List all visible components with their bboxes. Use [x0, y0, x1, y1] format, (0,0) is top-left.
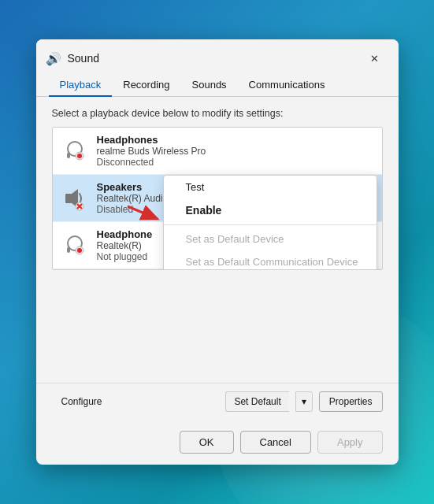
dialog-title: Sound: [68, 52, 358, 65]
context-menu: Test Enable: [163, 175, 378, 270]
svg-rect-1: [67, 153, 70, 158]
tab-playback[interactable]: Playback: [49, 74, 113, 97]
set-default-button[interactable]: Set Default: [225, 391, 288, 412]
tab-recording[interactable]: Recording: [112, 74, 180, 97]
apply-button[interactable]: Apply: [317, 431, 383, 454]
svg-point-14: [77, 248, 82, 253]
set-default-arrow-button[interactable]: ▾: [295, 391, 313, 412]
ctx-set-default-comm: Set as Default Communication Device: [164, 250, 377, 270]
device-list: Headphones realme Buds Wireless Pro Disc…: [52, 127, 383, 270]
ctx-set-default: Set as Default Device: [164, 228, 377, 250]
ctx-set-default-label: Set as Default Device: [186, 233, 284, 245]
device-icon-headphones-realtek: [61, 232, 89, 260]
device-status: Disconnected: [97, 157, 374, 168]
device-icon-headphones: [61, 137, 89, 165]
device-icon-speakers: [61, 184, 89, 213]
device-info-headphones-realme: Headphones realme Buds Wireless Pro Disc…: [97, 134, 374, 168]
main-content: Select a playback device below to modify…: [36, 97, 399, 383]
sound-dialog: 🔊 Sound ✕ Playback Recording Sounds Comm…: [36, 39, 399, 465]
device-footer: Configure Set Default ▾ Properties: [36, 383, 399, 424]
properties-button[interactable]: Properties: [319, 391, 383, 412]
instruction-text: Select a playback device below to modify…: [52, 108, 383, 119]
sound-icon: 🔊: [46, 50, 61, 66]
tab-sounds[interactable]: Sounds: [181, 74, 238, 97]
cancel-button[interactable]: Cancel: [240, 431, 311, 454]
svg-point-4: [77, 154, 82, 158]
svg-rect-11: [67, 247, 70, 253]
configure-button[interactable]: Configure: [52, 392, 112, 411]
device-name: Headphones: [97, 134, 374, 146]
ctx-test-label: Test: [186, 181, 205, 193]
tab-communications[interactable]: Communications: [238, 74, 336, 97]
device-sub: realme Buds Wireless Pro: [97, 146, 374, 157]
close-button[interactable]: ✕: [364, 47, 386, 69]
tab-bar: Playback Recording Sounds Communications: [36, 74, 399, 97]
ok-button[interactable]: OK: [180, 431, 234, 454]
dialog-footer: OK Cancel Apply: [36, 424, 399, 465]
svg-rect-5: [65, 194, 72, 203]
title-bar: 🔊 Sound ✕: [36, 39, 399, 74]
ctx-separator-1: [164, 224, 377, 225]
device-item-headphones-realme[interactable]: Headphones realme Buds Wireless Pro Disc…: [53, 128, 382, 175]
ctx-enable-label: Enable: [186, 204, 222, 217]
ctx-test[interactable]: Test: [164, 176, 377, 198]
ctx-set-default-comm-label: Set as Default Communication Device: [186, 256, 358, 268]
ctx-enable[interactable]: Enable: [164, 198, 377, 222]
